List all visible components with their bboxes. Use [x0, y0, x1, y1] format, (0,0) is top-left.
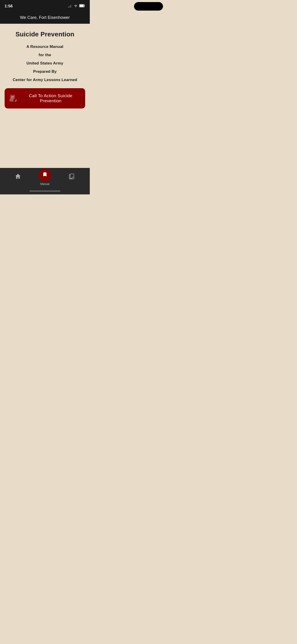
home-indicator	[0, 189, 90, 194]
subtitle-prepared-by: Prepared By	[33, 69, 57, 74]
tab-home[interactable]	[11, 173, 25, 181]
cta-label: Call To Action Suicide Prevention	[21, 93, 80, 104]
pdf-icon: PDF 🔗	[9, 94, 18, 102]
cta-button[interactable]: PDF 🔗 Call To Action Suicide Prevention	[4, 88, 85, 108]
tab-link[interactable]	[65, 173, 79, 181]
nav-header: We Care, Fort Eisenhower	[0, 12, 90, 24]
subtitle-resource-manual: A Resource Manual	[26, 44, 64, 49]
svg-rect-3	[71, 4, 72, 8]
status-time: 1:56	[4, 4, 13, 8]
battery-icon	[79, 4, 85, 8]
manual-icon	[42, 172, 48, 179]
svg-rect-6	[80, 5, 84, 7]
subtitle-united-states-army: United States Army	[26, 61, 63, 66]
manual-icon-wrapper	[39, 169, 51, 182]
status-icons	[68, 4, 85, 8]
svg-text:PDF: PDF	[10, 99, 14, 101]
status-bar: 1:56	[0, 0, 90, 12]
pdf-icon-wrapper: PDF 🔗	[9, 94, 18, 102]
tab-bar: Manual	[0, 168, 90, 189]
page-title: Suicide Prevention	[16, 31, 74, 38]
svg-text:🔗: 🔗	[14, 99, 17, 102]
wifi-icon	[74, 4, 78, 8]
svg-rect-2	[70, 5, 71, 8]
link-icon	[68, 173, 75, 181]
manual-tab-label: Manual	[40, 182, 49, 186]
nav-title: We Care, Fort Eisenhower	[20, 15, 70, 20]
svg-rect-5	[84, 5, 85, 6]
svg-rect-0	[68, 6, 69, 8]
home-icon	[15, 173, 21, 181]
svg-rect-1	[69, 6, 70, 8]
subtitle-call-center: Center for Army Lessons Learned	[13, 78, 77, 82]
home-indicator-bar	[30, 190, 60, 192]
signal-icon	[68, 4, 72, 8]
subtitle-for-the: for the	[39, 53, 51, 57]
main-content: Suicide Prevention A Resource Manual for…	[0, 24, 90, 168]
tab-manual[interactable]: Manual	[38, 169, 52, 186]
